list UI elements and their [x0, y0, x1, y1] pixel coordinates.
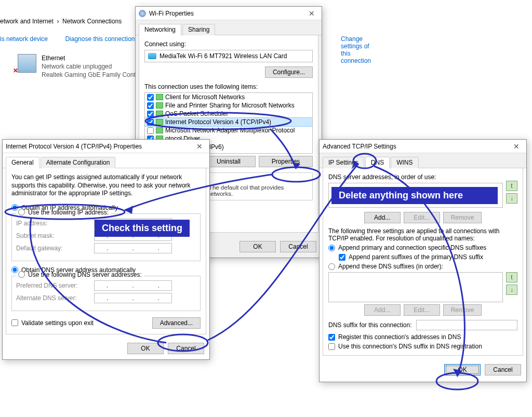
protocol-icon: [156, 102, 163, 109]
advanced-tcpip-dialog: Advanced TCP/IP Settings ✕ IP Settings D…: [319, 139, 527, 382]
toolbar-link-change-settings[interactable]: Change settings of this connection: [341, 35, 371, 64]
ip-address-field[interactable]: ...: [94, 218, 172, 228]
move-up-button[interactable]: t: [506, 181, 517, 191]
items-label: This connection uses the following items…: [144, 83, 313, 90]
pref-dns-field[interactable]: ...: [94, 280, 172, 291]
checkbox-label: Use this connection's DNS suffix in DNS …: [338, 343, 482, 350]
tab-wins[interactable]: WINS: [391, 157, 418, 168]
close-icon[interactable]: ✕: [510, 142, 523, 151]
adapter-name: MediaTek Wi-Fi 6 MT7921 Wireless LAN Car…: [159, 52, 287, 60]
tab-sharing[interactable]: Sharing: [182, 24, 215, 35]
connection-item-ethernet[interactable]: Ethernet Network cable unplugged Realtek…: [18, 54, 141, 79]
use-suffix-checkbox[interactable]: [328, 343, 335, 350]
remove-button[interactable]: Remove: [443, 304, 482, 316]
adapter-field[interactable]: MediaTek Wi-Fi 6 MT7921 Wireless LAN Car…: [144, 50, 313, 62]
validate-checkbox[interactable]: [11, 319, 18, 326]
add-button[interactable]: Add...: [364, 212, 401, 223]
close-icon[interactable]: ✕: [193, 142, 206, 151]
advanced-button[interactable]: Advanced...: [152, 317, 201, 329]
ok-button[interactable]: OK: [240, 241, 276, 252]
ipv4-properties-dialog: Internet Protocol Version 4 (TCP/IPv4) P…: [2, 139, 210, 360]
titlebar[interactable]: Advanced TCP/IP Settings ✕: [320, 140, 526, 153]
radio-label: Append primary and connection specific D…: [338, 244, 486, 251]
ethernet-title: Ethernet: [42, 54, 141, 62]
properties-button[interactable]: Properties: [259, 156, 313, 167]
dns-servers-list[interactable]: [328, 183, 503, 208]
item-checkbox[interactable]: [147, 111, 154, 117]
breadcrumb-part[interactable]: etwork and Internet: [0, 18, 54, 25]
item-checkbox[interactable]: [147, 94, 154, 101]
validate-label: Validate settings upon exit: [21, 319, 94, 327]
list-item[interactable]: Client for Microsoft Networks: [165, 93, 245, 101]
protocol-icon: [156, 119, 163, 125]
move-up-button[interactable]: t: [506, 272, 517, 283]
tab-alternate[interactable]: Alternate Configuration: [41, 157, 116, 168]
suffix-conn-input[interactable]: [416, 320, 517, 330]
info-text: You can get IP settings assigned automat…: [11, 173, 201, 198]
ethernet-status: Network cable unplugged: [42, 62, 141, 71]
subnet-field[interactable]: ...: [94, 231, 172, 241]
ethernet-icon: [18, 54, 36, 73]
radio-obtain-dns-auto[interactable]: [11, 266, 18, 273]
subnet-label: Subnet mask:: [16, 232, 94, 239]
tab-networking[interactable]: Networking: [139, 24, 181, 35]
radio-use-dns[interactable]: [18, 271, 25, 278]
connect-using-label: Connect using:: [144, 41, 313, 48]
radio-label: Use the following IP address:: [28, 209, 109, 216]
move-down-button[interactable]: ↓: [506, 285, 517, 295]
alt-dns-field[interactable]: ...: [94, 293, 172, 303]
cancel-button[interactable]: Cancel: [485, 364, 521, 375]
radio-append-these[interactable]: [328, 263, 335, 270]
gateway-label: Default gateway:: [16, 245, 94, 252]
checkbox-label: Register this connection's addresses in …: [338, 333, 461, 341]
dns-suffix-list[interactable]: [328, 272, 503, 302]
ok-button[interactable]: OK: [127, 343, 164, 354]
wifi-icon: [139, 10, 146, 17]
toolbar-link-disable[interactable]: is network device: [0, 35, 48, 43]
dialog-title: Internet Protocol Version 4 (TCP/IPv4) P…: [6, 143, 142, 150]
move-down-button[interactable]: ↓: [506, 193, 517, 204]
ethernet-adapter: Realtek Gaming GbE Family Contro: [42, 71, 141, 79]
ip-address-label: IP address:: [16, 220, 94, 227]
edit-button[interactable]: Edit...: [404, 304, 440, 316]
edit-button[interactable]: Edit...: [404, 212, 440, 223]
tab-dns[interactable]: DNS: [365, 157, 390, 168]
titlebar[interactable]: Wi-Fi Properties ✕: [136, 7, 322, 20]
close-icon[interactable]: ✕: [305, 9, 318, 18]
breadcrumb[interactable]: etwork and Internet › Network Connection…: [0, 18, 122, 25]
register-dns-checkbox[interactable]: [328, 334, 335, 341]
tab-ip-settings[interactable]: IP Settings: [323, 157, 364, 168]
three-settings-text: The following three settings are applied…: [328, 227, 517, 242]
protocol-icon: [156, 94, 163, 100]
configure-button[interactable]: Configure...: [265, 66, 313, 78]
pref-dns-label: Preferred DNS server:: [16, 282, 94, 289]
item-checkbox[interactable]: [147, 127, 154, 134]
cancel-button[interactable]: Cancel: [168, 343, 204, 354]
append-parent-checkbox[interactable]: [339, 254, 345, 261]
item-checkbox[interactable]: [147, 102, 154, 109]
remove-button[interactable]: Remove: [443, 212, 482, 223]
item-checkbox[interactable]: [147, 119, 154, 126]
radio-use-ip[interactable]: [18, 209, 25, 216]
tab-general[interactable]: General: [6, 157, 39, 168]
radio-append-primary[interactable]: [328, 245, 335, 251]
alt-dns-label: Alternate DNS server:: [16, 294, 94, 302]
breadcrumb-sep: ›: [57, 18, 59, 25]
ok-button[interactable]: OK: [444, 364, 481, 375]
dialog-title: Advanced TCP/IP Settings: [323, 143, 396, 150]
cancel-button[interactable]: Cancel: [280, 241, 316, 252]
list-item[interactable]: QoS Packet Scheduler: [165, 110, 228, 117]
list-item[interactable]: Microsoft Network Adapter Multiplexor Pr…: [165, 127, 295, 134]
toolbar-link-diagnose[interactable]: Diagnose this connection: [65, 35, 135, 43]
adapter-icon: [148, 53, 156, 59]
radio-label: Use the following DNS server addresses:: [28, 271, 142, 278]
radio-obtain-ip-auto[interactable]: [11, 204, 18, 211]
list-item-ipv4[interactable]: Internet Protocol Version 4 (TCP/IPv4): [165, 118, 271, 126]
add-button[interactable]: Add...: [364, 304, 401, 316]
dialog-title: Wi-Fi Properties: [149, 10, 194, 17]
gateway-field[interactable]: ...: [94, 243, 172, 253]
list-item[interactable]: File and Printer Sharing for Microsoft N…: [165, 102, 295, 109]
suffix-conn-label: DNS suffix for this connection:: [328, 321, 412, 329]
breadcrumb-part[interactable]: Network Connections: [62, 18, 122, 25]
titlebar[interactable]: Internet Protocol Version 4 (TCP/IPv4) P…: [3, 140, 209, 153]
